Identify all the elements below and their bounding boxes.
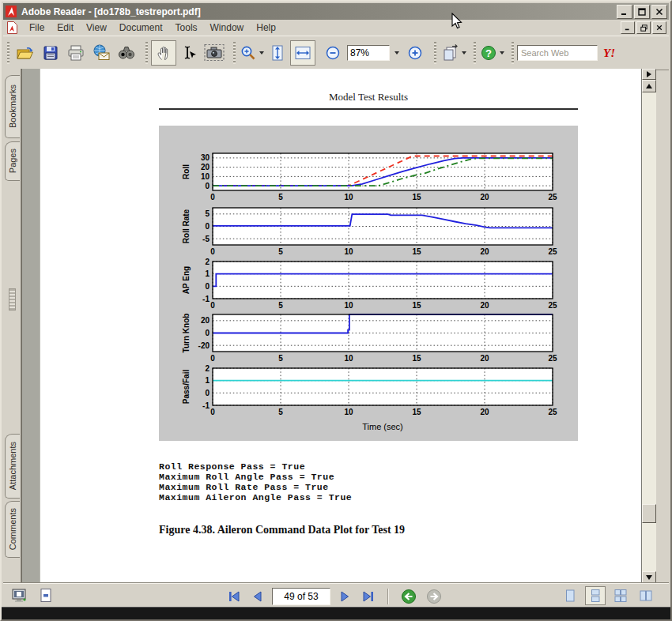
divider bbox=[387, 589, 389, 604]
scrollbar-thumb[interactable] bbox=[642, 504, 656, 523]
save-button[interactable] bbox=[38, 40, 63, 66]
svg-text:-1: -1 bbox=[202, 295, 210, 303]
previous-view-button[interactable] bbox=[398, 586, 419, 607]
pane-toggle-button[interactable] bbox=[642, 69, 656, 80]
fit-page-button[interactable] bbox=[265, 40, 290, 66]
document-status-button[interactable] bbox=[9, 587, 28, 604]
zoom-level-group bbox=[318, 38, 430, 68]
result-line: Maximum Aileron Angle Pass = True bbox=[159, 492, 352, 502]
svg-text:2: 2 bbox=[205, 364, 210, 373]
open-button[interactable] bbox=[13, 40, 38, 66]
svg-text:0: 0 bbox=[205, 222, 210, 231]
close-icon bbox=[655, 8, 663, 16]
vertical-scrollbar bbox=[642, 69, 656, 584]
email-icon bbox=[92, 44, 111, 62]
document-viewport[interactable]: Model Test Results 05101520250102030Roll… bbox=[21, 69, 642, 584]
search-web-input[interactable] bbox=[517, 45, 598, 61]
continuous-facing-icon bbox=[613, 589, 628, 603]
menu-edit[interactable]: Edit bbox=[51, 21, 80, 35]
maximize-button[interactable] bbox=[634, 5, 650, 19]
yahoo-icon[interactable]: Y! bbox=[603, 47, 615, 60]
menu-help[interactable]: Help bbox=[250, 21, 282, 35]
scrollbar-track[interactable] bbox=[642, 92, 656, 571]
svg-text:25: 25 bbox=[548, 247, 557, 256]
doc-restore-icon bbox=[640, 24, 647, 32]
hand-tool-button[interactable] bbox=[151, 40, 176, 66]
menu-tools[interactable]: Tools bbox=[169, 21, 204, 35]
continuous-button[interactable] bbox=[585, 586, 606, 605]
menu-window[interactable]: Window bbox=[204, 21, 251, 35]
scroll-up-button[interactable] bbox=[642, 80, 656, 92]
svg-text:10: 10 bbox=[344, 247, 353, 256]
minimize-icon bbox=[621, 8, 629, 16]
toolbar-grip[interactable] bbox=[7, 42, 9, 64]
svg-text:2: 2 bbox=[205, 258, 210, 266]
tab-pages[interactable]: Pages bbox=[5, 141, 20, 181]
svg-text:0: 0 bbox=[210, 193, 215, 201]
scroll-down-button[interactable] bbox=[642, 571, 656, 584]
pdf-document-icon bbox=[6, 21, 18, 34]
toolbar-grip[interactable] bbox=[474, 42, 476, 64]
splitter-grip[interactable] bbox=[9, 288, 16, 310]
fit-width-icon bbox=[294, 44, 311, 62]
svg-text:1: 1 bbox=[205, 376, 210, 385]
email-button[interactable] bbox=[89, 40, 114, 66]
continuous-facing-button[interactable] bbox=[610, 586, 631, 605]
svg-text:15: 15 bbox=[412, 301, 421, 310]
zoom-in-button[interactable] bbox=[402, 40, 428, 66]
window-title: Adobe Reader - [do178b_testreport.pdf] bbox=[21, 6, 201, 17]
toolbar-grip[interactable] bbox=[233, 42, 236, 64]
select-text-button[interactable] bbox=[176, 40, 202, 66]
tab-comments[interactable]: Comments bbox=[5, 501, 20, 558]
first-page-button[interactable] bbox=[225, 587, 244, 606]
search-button[interactable] bbox=[114, 40, 139, 66]
svg-text:15: 15 bbox=[412, 408, 421, 416]
toolbar-grip[interactable] bbox=[145, 42, 148, 64]
next-view-button[interactable] bbox=[424, 586, 444, 607]
previous-page-button[interactable] bbox=[248, 587, 267, 606]
snapshot-button[interactable] bbox=[202, 40, 227, 66]
fit-width-button[interactable] bbox=[290, 40, 315, 66]
minimize-button[interactable] bbox=[617, 5, 632, 19]
single-page-button[interactable] bbox=[560, 586, 580, 605]
zoom-tool-button[interactable] bbox=[239, 40, 265, 66]
page-display-button[interactable] bbox=[440, 40, 467, 66]
svg-text:15: 15 bbox=[412, 193, 421, 201]
first-page-icon bbox=[227, 590, 241, 603]
last-page-button[interactable] bbox=[359, 587, 378, 606]
doc-minimize-button[interactable] bbox=[621, 21, 635, 34]
tab-bookmarks[interactable]: Bookmarks bbox=[5, 75, 20, 138]
help-dropdown-icon[interactable] bbox=[500, 51, 504, 55]
toolbar-grip[interactable] bbox=[512, 42, 514, 64]
page-number-field[interactable] bbox=[272, 588, 330, 605]
menu-file[interactable]: File bbox=[23, 21, 51, 35]
next-page-button[interactable] bbox=[335, 587, 354, 606]
close-button[interactable] bbox=[651, 5, 667, 19]
zoom-tool-group bbox=[229, 38, 318, 68]
figure-caption: Figure 4.38. Aileron Command Data Plot f… bbox=[159, 524, 405, 536]
svg-text:AP Eng: AP Eng bbox=[182, 266, 191, 294]
scroll-up-icon bbox=[646, 84, 652, 88]
zoom-level-input[interactable] bbox=[347, 45, 390, 61]
tab-attachments[interactable]: Attachments bbox=[5, 434, 20, 499]
page-display-dropdown-icon[interactable] bbox=[462, 51, 466, 55]
doc-close-button[interactable] bbox=[652, 21, 666, 34]
doc-close-icon bbox=[656, 24, 663, 31]
menu-view[interactable]: View bbox=[80, 21, 113, 35]
toolbar-grip[interactable] bbox=[434, 42, 436, 64]
print-button[interactable] bbox=[63, 40, 89, 66]
help-button[interactable]: ? bbox=[479, 40, 505, 66]
main-area: Bookmarks Pages Attachments Comments Mod… bbox=[3, 69, 656, 584]
facing-button[interactable] bbox=[636, 586, 656, 605]
page-size-button[interactable] bbox=[36, 587, 55, 604]
save-icon bbox=[42, 44, 59, 62]
svg-text:0: 0 bbox=[205, 329, 210, 337]
svg-text:20: 20 bbox=[201, 163, 210, 171]
maximize-icon bbox=[638, 8, 646, 16]
doc-restore-button[interactable] bbox=[636, 21, 651, 34]
menu-document[interactable]: Document bbox=[113, 21, 169, 35]
zoom-out-button[interactable] bbox=[320, 40, 345, 66]
zoom-tool-dropdown-icon[interactable] bbox=[259, 51, 264, 55]
zoom-level-dropdown[interactable] bbox=[390, 45, 401, 61]
next-page-icon bbox=[338, 590, 351, 603]
